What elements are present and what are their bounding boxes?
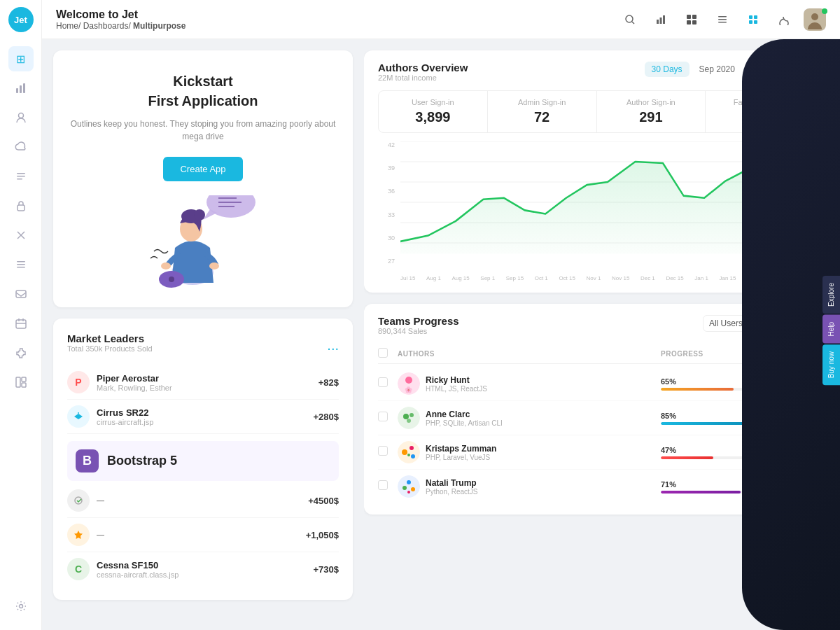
kickstart-title: Kickstart First Application xyxy=(67,71,339,111)
svg-rect-10 xyxy=(17,261,25,262)
market-leaders-title: Market Leaders xyxy=(67,332,327,344)
list-item: — +1,050$ xyxy=(67,518,339,552)
logo-text: Jet xyxy=(14,15,27,25)
list-item: Cirrus SR22 cirrus-aircraft.jsp +280$ xyxy=(67,400,339,434)
side-tabs: Explore Help Buy now xyxy=(822,276,840,386)
svg-point-75 xyxy=(407,491,410,493)
svg-text:🌸: 🌸 xyxy=(405,386,413,394)
stat-admin-signin: Admin Sign-in 72 xyxy=(488,91,597,132)
bootstrap-icon: B xyxy=(76,449,99,472)
explore-tab[interactable]: Explore xyxy=(822,276,840,314)
sidebar-item-inbox[interactable] xyxy=(8,281,34,307)
svg-point-3 xyxy=(18,113,23,118)
teams-title: Teams Progress xyxy=(378,315,697,327)
svg-point-60 xyxy=(405,377,412,384)
svg-point-48 xyxy=(169,276,174,282)
sidebar-item-grid[interactable]: ⊞ xyxy=(8,46,34,71)
sidebar-item-analytics[interactable] xyxy=(8,76,34,101)
breadcrumb: Home/ Dashboards/ Multipurpose xyxy=(56,21,619,31)
list-item: — +4500$ xyxy=(67,484,339,518)
svg-rect-24 xyxy=(657,20,659,24)
topbar: Welcome to Jet Home/ Dashboards/ Multipu… xyxy=(42,0,840,39)
avatar-kristaps xyxy=(398,441,420,463)
teams-sales: 890,344 Sales xyxy=(378,327,697,335)
app-logo[interactable]: Jet xyxy=(8,7,34,32)
svg-rect-27 xyxy=(718,16,727,18)
svg-rect-62 xyxy=(398,407,420,429)
search-button[interactable] xyxy=(619,8,641,31)
svg-rect-31 xyxy=(754,15,757,19)
list-item: C Cessna SF150 cessna-aircraft.class.jsp… xyxy=(67,552,339,586)
row-checkbox-ricky[interactable] xyxy=(378,377,388,387)
market-avatar-cessna: C xyxy=(67,558,90,580)
svg-point-64 xyxy=(410,413,414,417)
page-title: Welcome to Jet xyxy=(56,8,619,21)
sidebar-item-calendar[interactable] xyxy=(8,311,34,336)
svg-rect-29 xyxy=(718,22,727,23)
sidebar-item-puzzle[interactable] xyxy=(8,340,34,365)
sidebar-item-x[interactable] xyxy=(8,223,34,248)
market-leaders-subtitle: Total 350k Products Sold xyxy=(67,344,327,353)
sidebar-item-settings[interactable] xyxy=(8,594,34,619)
sidebar-item-menu[interactable] xyxy=(8,252,34,277)
authors-income: 22M total income xyxy=(378,74,645,82)
illustration xyxy=(67,195,339,293)
svg-point-46 xyxy=(209,262,219,270)
svg-rect-12 xyxy=(17,267,25,268)
sidebar: Jet ⊞ xyxy=(0,0,42,630)
market-more-icon[interactable]: ··· xyxy=(327,341,339,355)
chart-button[interactable] xyxy=(650,8,672,31)
svg-point-21 xyxy=(19,605,22,608)
buynow-tab[interactable]: Buy now xyxy=(822,344,840,385)
left-panel: Kickstart First Application Outlines kee… xyxy=(42,39,364,630)
avatar-anne xyxy=(398,407,420,429)
avatar-ricky: 🌸 xyxy=(398,372,420,395)
svg-rect-5 xyxy=(17,176,25,177)
progress-fill-natali xyxy=(661,491,741,493)
apps-grid-button[interactable] xyxy=(742,8,764,31)
sidebar-item-template[interactable] xyxy=(8,370,34,395)
period-tab-30days[interactable]: 30 Days xyxy=(645,62,690,77)
svg-rect-2 xyxy=(23,83,25,93)
content-area: Kickstart First Application Outlines kee… xyxy=(42,39,840,630)
svg-rect-30 xyxy=(749,15,752,19)
chart-y-labels: 42 39 36 33 30 27 xyxy=(378,141,398,265)
svg-point-22 xyxy=(626,15,633,22)
kickstart-description: Outlines keep you honest. They stoping y… xyxy=(67,118,339,143)
svg-marker-50 xyxy=(74,531,83,539)
svg-point-44 xyxy=(194,209,205,220)
svg-rect-1 xyxy=(20,85,22,93)
svg-rect-33 xyxy=(754,20,757,24)
svg-rect-0 xyxy=(16,88,18,93)
svg-rect-71 xyxy=(398,475,420,498)
svg-point-67 xyxy=(402,449,407,455)
row-checkbox-natali[interactable] xyxy=(378,480,388,490)
help-tab[interactable]: Help xyxy=(822,315,840,344)
grid-apps-button[interactable] xyxy=(680,8,703,31)
list-item: P Piper Aerostar Mark, Rowling, Esther +… xyxy=(67,365,339,400)
svg-rect-7 xyxy=(18,205,24,211)
row-checkbox-anne[interactable] xyxy=(378,412,388,421)
svg-point-49 xyxy=(75,497,82,504)
create-app-button[interactable]: Create App xyxy=(163,157,242,181)
avatar-natali xyxy=(398,475,420,498)
select-all-checkbox[interactable] xyxy=(378,348,388,358)
svg-rect-32 xyxy=(749,20,752,24)
sidebar-item-list[interactable] xyxy=(8,164,34,189)
row-checkbox-kristaps[interactable] xyxy=(378,446,388,456)
main-container: Welcome to Jet Home/ Dashboards/ Multipu… xyxy=(42,0,840,630)
sidebar-item-lock[interactable] xyxy=(8,193,34,218)
svg-point-74 xyxy=(411,487,415,491)
online-indicator xyxy=(822,8,827,14)
svg-rect-11 xyxy=(17,264,25,265)
period-tab-sep2020[interactable]: Sep 2020 xyxy=(692,62,742,77)
sidebar-item-cloud[interactable] xyxy=(8,134,34,160)
sidebar-item-user[interactable] xyxy=(8,105,34,130)
menu-button[interactable] xyxy=(711,8,734,31)
stat-user-signin: User Sign-in 3,899 xyxy=(379,91,488,132)
market-avatar-4 xyxy=(67,524,90,546)
svg-point-72 xyxy=(407,480,411,484)
svg-rect-20 xyxy=(22,383,26,387)
dark-mode-button[interactable] xyxy=(773,8,795,31)
dark-overlay: Explore Help Buy now xyxy=(742,39,840,630)
